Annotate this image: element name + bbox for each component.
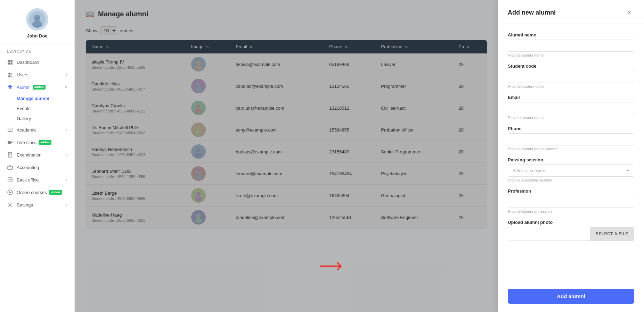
liveclass-addon-badge: addon bbox=[39, 140, 51, 145]
svg-rect-12 bbox=[8, 128, 12, 132]
svg-point-8 bbox=[10, 73, 12, 75]
phone-label: Phone bbox=[508, 126, 634, 131]
subnav-gallery[interactable]: Gallery bbox=[17, 113, 74, 124]
panel-title: Add new alumni bbox=[508, 9, 556, 16]
email-label: Email bbox=[508, 95, 634, 100]
profession-label: Profession bbox=[508, 188, 634, 194]
nav-section-title: NAVIGATION bbox=[0, 44, 74, 56]
svg-point-10 bbox=[10, 76, 13, 77]
svg-rect-4 bbox=[10, 60, 13, 62]
student-code-group: Student code Provide student code bbox=[508, 64, 634, 88]
graduation-icon bbox=[7, 84, 13, 90]
sidebar-item-label: Users bbox=[17, 72, 28, 77]
sidebar-item-label: Alumni bbox=[17, 85, 31, 90]
panel-body: Alumni name Provide alumni name Student … bbox=[498, 24, 644, 283]
onlinecourses-addon-badge: addon bbox=[49, 190, 62, 195]
profession-input[interactable] bbox=[508, 196, 634, 208]
sidebar-item-examination[interactable]: Examination › bbox=[0, 149, 74, 161]
modal-overlay[interactable] bbox=[75, 0, 498, 312]
svg-point-7 bbox=[8, 73, 10, 75]
video-icon bbox=[7, 139, 13, 145]
main-area: 📖 Manage alumni Show 10 25 50 entries Na… bbox=[75, 0, 498, 312]
panel-header: Add new alumni × bbox=[498, 0, 644, 24]
svg-point-2 bbox=[32, 21, 42, 28]
panel-footer: Add alumni bbox=[498, 283, 644, 312]
passing-session-group: Passing session Select a session Provide… bbox=[508, 157, 634, 182]
academic-icon bbox=[7, 127, 13, 133]
sidebar-item-label: Settings bbox=[17, 202, 33, 208]
sidebar-item-accounting[interactable]: Accounting › bbox=[0, 161, 74, 174]
sidebar-profile: John Doe bbox=[0, 0, 74, 44]
close-button[interactable]: × bbox=[625, 8, 634, 17]
sidebar-item-settings[interactable]: Settings › bbox=[0, 199, 74, 211]
alumni-name-label: Alumni name bbox=[508, 32, 634, 37]
sidebar-item-onlinecourses[interactable]: Online courses addon › bbox=[0, 186, 74, 199]
subnav-events[interactable]: Events bbox=[17, 103, 74, 113]
svg-point-27 bbox=[9, 204, 11, 206]
sidebar-item-label: Academic bbox=[17, 127, 36, 133]
passing-session-label: Passing session bbox=[508, 157, 634, 162]
student-code-label: Student code bbox=[508, 64, 634, 69]
office-icon bbox=[7, 177, 13, 183]
add-alumni-button[interactable]: Add alumni bbox=[508, 289, 634, 304]
sidebar-item-label: Online courses bbox=[17, 190, 47, 195]
upload-area: SELECT A FILE bbox=[508, 227, 634, 241]
chevron-right-icon: › bbox=[66, 178, 67, 182]
sidebar-item-label: Examination bbox=[17, 152, 42, 158]
email-hint: Provide alumni name bbox=[508, 116, 634, 120]
sidebar-item-label: Dashboard bbox=[17, 60, 39, 65]
sidebar-item-label: Accounting bbox=[17, 165, 39, 170]
alumni-name-group: Alumni name Provide alumni name bbox=[508, 32, 634, 57]
profession-hint: Provide alumni profession bbox=[508, 209, 634, 213]
phone-group: Phone Provide alumni phone number bbox=[508, 126, 634, 151]
subnav-manage-alumni[interactable]: Manage alumni bbox=[17, 93, 74, 103]
phone-input[interactable] bbox=[508, 133, 634, 145]
chevron-right-icon: › bbox=[66, 153, 67, 157]
alumni-name-input[interactable] bbox=[508, 40, 634, 52]
sidebar: John Doe NAVIGATION Dashboard Users › Al… bbox=[0, 0, 75, 312]
passing-session-select[interactable]: Select a session bbox=[508, 165, 634, 177]
svg-rect-21 bbox=[8, 166, 13, 169]
alumni-subnav: Manage alumni Events Gallery bbox=[0, 93, 74, 124]
sidebar-item-users[interactable]: Users › bbox=[0, 68, 74, 81]
alumni-addon-badge: addon bbox=[33, 85, 46, 90]
sidebar-item-backoffice[interactable]: Back office › bbox=[0, 174, 74, 186]
exam-icon bbox=[7, 152, 13, 158]
users-icon bbox=[7, 71, 13, 78]
profile-name: John Doe bbox=[27, 33, 47, 39]
sidebar-item-liveclass[interactable]: Live class addon › bbox=[0, 136, 74, 149]
svg-rect-6 bbox=[10, 62, 13, 65]
student-code-input[interactable] bbox=[508, 71, 634, 83]
sidebar-item-alumni[interactable]: Alumni addon ∨ bbox=[0, 81, 74, 93]
svg-marker-16 bbox=[11, 141, 13, 143]
sidebar-item-academic[interactable]: Academic › bbox=[0, 124, 74, 136]
chevron-right-icon: › bbox=[66, 128, 67, 132]
svg-marker-26 bbox=[9, 191, 11, 193]
chevron-right-icon: › bbox=[66, 73, 67, 77]
upload-photo-label: Upload alumni photo bbox=[508, 220, 634, 225]
briefcase-icon bbox=[7, 164, 13, 170]
student-code-hint: Provide student code bbox=[508, 84, 634, 88]
chevron-right-icon: › bbox=[66, 203, 67, 207]
passing-session-hint: Provide a passing session bbox=[508, 178, 634, 182]
arrow-indicator bbox=[320, 259, 348, 273]
select-file-button[interactable]: SELECT A FILE bbox=[590, 227, 634, 241]
sidebar-item-label: Live class bbox=[17, 140, 36, 145]
sidebar-item-dashboard[interactable]: Dashboard bbox=[0, 56, 74, 68]
upload-photo-group: Upload alumni photo SELECT A FILE bbox=[508, 220, 634, 241]
chevron-right-icon: › bbox=[66, 140, 67, 144]
svg-rect-15 bbox=[8, 141, 11, 144]
grid-icon bbox=[7, 59, 13, 65]
gear-icon bbox=[7, 202, 13, 208]
chevron-down-icon: ∨ bbox=[65, 85, 67, 90]
email-group: Email Provide alumni name bbox=[508, 95, 634, 120]
play-icon bbox=[7, 189, 13, 195]
svg-rect-5 bbox=[8, 62, 10, 65]
chevron-right-icon: › bbox=[66, 190, 67, 194]
add-alumni-panel: Add new alumni × Alumni name Provide alu… bbox=[498, 0, 644, 312]
alumni-name-hint: Provide alumni name bbox=[508, 53, 634, 57]
sidebar-item-label: Back office bbox=[17, 177, 39, 183]
svg-rect-3 bbox=[8, 60, 10, 62]
email-input[interactable] bbox=[508, 102, 634, 114]
svg-point-1 bbox=[34, 15, 40, 22]
